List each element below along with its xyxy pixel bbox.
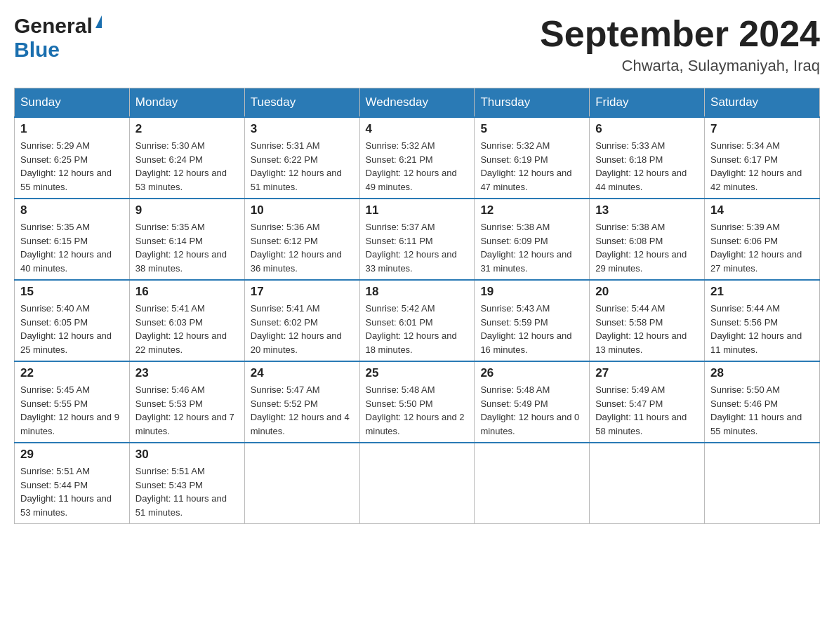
day-info: Sunrise: 5:38 AMSunset: 6:09 PMDaylight:… (480, 220, 583, 275)
calendar-table: SundayMondayTuesdayWednesdayThursdayFrid… (14, 88, 820, 524)
calendar-day-cell: 13Sunrise: 5:38 AMSunset: 6:08 PMDayligh… (590, 199, 705, 280)
calendar-day-cell: 22Sunrise: 5:45 AMSunset: 5:55 PMDayligh… (15, 361, 130, 443)
logo-blue-text: Blue (14, 38, 60, 62)
day-number: 11 (366, 203, 469, 217)
day-number: 4 (366, 122, 469, 136)
day-info: Sunrise: 5:44 AMSunset: 5:56 PMDaylight:… (710, 302, 814, 356)
calendar-week-row: 22Sunrise: 5:45 AMSunset: 5:55 PMDayligh… (15, 361, 820, 443)
day-info: Sunrise: 5:33 AMSunset: 6:18 PMDaylight:… (595, 139, 699, 194)
day-info: Sunrise: 5:51 AMSunset: 5:44 PMDaylight:… (20, 464, 124, 519)
day-info: Sunrise: 5:35 AMSunset: 6:14 PMDaylight:… (135, 220, 239, 275)
calendar-header-row: SundayMondayTuesdayWednesdayThursdayFrid… (15, 88, 820, 118)
day-number: 27 (595, 366, 699, 380)
calendar-day-cell: 28Sunrise: 5:50 AMSunset: 5:46 PMDayligh… (705, 361, 820, 443)
day-info: Sunrise: 5:44 AMSunset: 5:58 PMDaylight:… (595, 302, 699, 356)
day-number: 5 (480, 122, 583, 136)
calendar-week-row: 1Sunrise: 5:29 AMSunset: 6:25 PMDaylight… (15, 117, 820, 199)
day-number: 24 (251, 366, 354, 380)
day-number: 23 (135, 366, 239, 380)
day-number: 29 (20, 448, 124, 462)
day-info: Sunrise: 5:51 AMSunset: 5:43 PMDaylight:… (135, 464, 239, 519)
day-number: 19 (480, 285, 583, 299)
calendar-day-cell (705, 443, 820, 524)
day-info: Sunrise: 5:35 AMSunset: 6:15 PMDaylight:… (20, 220, 124, 275)
calendar-day-cell: 19Sunrise: 5:43 AMSunset: 5:59 PMDayligh… (475, 280, 590, 361)
calendar-day-cell: 23Sunrise: 5:46 AMSunset: 5:53 PMDayligh… (129, 361, 244, 443)
calendar-day-cell: 21Sunrise: 5:44 AMSunset: 5:56 PMDayligh… (705, 280, 820, 361)
calendar-day-cell (475, 443, 590, 524)
day-info: Sunrise: 5:45 AMSunset: 5:55 PMDaylight:… (20, 383, 124, 438)
month-title: September 2024 (540, 14, 820, 54)
day-info: Sunrise: 5:49 AMSunset: 5:47 PMDaylight:… (595, 383, 699, 438)
day-number: 13 (595, 203, 699, 217)
calendar-day-cell: 1Sunrise: 5:29 AMSunset: 6:25 PMDaylight… (15, 117, 130, 199)
calendar-day-cell (359, 443, 475, 524)
day-info: Sunrise: 5:31 AMSunset: 6:22 PMDaylight:… (251, 139, 354, 194)
day-number: 22 (20, 366, 124, 380)
calendar-day-cell: 27Sunrise: 5:49 AMSunset: 5:47 PMDayligh… (590, 361, 705, 443)
day-of-week-header: Saturday (705, 88, 820, 118)
day-number: 21 (710, 285, 814, 299)
day-of-week-header: Friday (590, 88, 705, 118)
day-info: Sunrise: 5:30 AMSunset: 6:24 PMDaylight:… (135, 139, 239, 194)
calendar-day-cell: 17Sunrise: 5:41 AMSunset: 6:02 PMDayligh… (244, 280, 359, 361)
day-of-week-header: Thursday (475, 88, 590, 118)
day-of-week-header: Wednesday (359, 88, 475, 118)
day-of-week-header: Sunday (15, 88, 130, 118)
day-number: 10 (251, 203, 354, 217)
day-info: Sunrise: 5:48 AMSunset: 5:50 PMDaylight:… (366, 383, 469, 438)
day-of-week-header: Monday (129, 88, 244, 118)
day-info: Sunrise: 5:40 AMSunset: 6:05 PMDaylight:… (20, 302, 124, 356)
day-number: 3 (251, 122, 354, 136)
day-number: 8 (20, 203, 124, 217)
logo-triangle-icon (95, 15, 102, 28)
title-area: September 2024 Chwarta, Sulaymaniyah, Ir… (540, 14, 820, 75)
day-info: Sunrise: 5:50 AMSunset: 5:46 PMDaylight:… (710, 383, 814, 438)
day-info: Sunrise: 5:34 AMSunset: 6:17 PMDaylight:… (710, 139, 814, 194)
page-header: General Blue September 2024 Chwarta, Sul… (14, 14, 820, 75)
day-info: Sunrise: 5:41 AMSunset: 6:02 PMDaylight:… (251, 302, 354, 356)
calendar-day-cell (590, 443, 705, 524)
day-info: Sunrise: 5:39 AMSunset: 6:06 PMDaylight:… (710, 220, 814, 275)
day-info: Sunrise: 5:38 AMSunset: 6:08 PMDaylight:… (595, 220, 699, 275)
calendar-day-cell: 30Sunrise: 5:51 AMSunset: 5:43 PMDayligh… (129, 443, 244, 524)
calendar-day-cell: 18Sunrise: 5:42 AMSunset: 6:01 PMDayligh… (359, 280, 475, 361)
calendar-day-cell: 3Sunrise: 5:31 AMSunset: 6:22 PMDaylight… (244, 117, 359, 199)
day-info: Sunrise: 5:42 AMSunset: 6:01 PMDaylight:… (366, 302, 469, 356)
calendar-day-cell: 26Sunrise: 5:48 AMSunset: 5:49 PMDayligh… (475, 361, 590, 443)
day-info: Sunrise: 5:46 AMSunset: 5:53 PMDaylight:… (135, 383, 239, 438)
day-number: 6 (595, 122, 699, 136)
day-info: Sunrise: 5:32 AMSunset: 6:19 PMDaylight:… (480, 139, 583, 194)
day-number: 26 (480, 366, 583, 380)
day-number: 2 (135, 122, 239, 136)
calendar-day-cell: 14Sunrise: 5:39 AMSunset: 6:06 PMDayligh… (705, 199, 820, 280)
logo-general-text: General (14, 14, 93, 38)
day-number: 7 (710, 122, 814, 136)
calendar-week-row: 29Sunrise: 5:51 AMSunset: 5:44 PMDayligh… (15, 443, 820, 524)
day-info: Sunrise: 5:29 AMSunset: 6:25 PMDaylight:… (20, 139, 124, 194)
calendar-day-cell: 8Sunrise: 5:35 AMSunset: 6:15 PMDaylight… (15, 199, 130, 280)
calendar-day-cell: 6Sunrise: 5:33 AMSunset: 6:18 PMDaylight… (590, 117, 705, 199)
calendar-day-cell: 25Sunrise: 5:48 AMSunset: 5:50 PMDayligh… (359, 361, 475, 443)
day-number: 1 (20, 122, 124, 136)
calendar-day-cell: 15Sunrise: 5:40 AMSunset: 6:05 PMDayligh… (15, 280, 130, 361)
calendar-day-cell: 16Sunrise: 5:41 AMSunset: 6:03 PMDayligh… (129, 280, 244, 361)
logo: General Blue (14, 14, 102, 62)
day-info: Sunrise: 5:41 AMSunset: 6:03 PMDaylight:… (135, 302, 239, 356)
day-number: 25 (366, 366, 469, 380)
day-number: 14 (710, 203, 814, 217)
calendar-day-cell (244, 443, 359, 524)
calendar-day-cell: 5Sunrise: 5:32 AMSunset: 6:19 PMDaylight… (475, 117, 590, 199)
calendar-day-cell: 20Sunrise: 5:44 AMSunset: 5:58 PMDayligh… (590, 280, 705, 361)
calendar-day-cell: 4Sunrise: 5:32 AMSunset: 6:21 PMDaylight… (359, 117, 475, 199)
day-number: 30 (135, 448, 239, 462)
calendar-day-cell: 9Sunrise: 5:35 AMSunset: 6:14 PMDaylight… (129, 199, 244, 280)
calendar-day-cell: 2Sunrise: 5:30 AMSunset: 6:24 PMDaylight… (129, 117, 244, 199)
day-number: 17 (251, 285, 354, 299)
day-number: 18 (366, 285, 469, 299)
calendar-day-cell: 7Sunrise: 5:34 AMSunset: 6:17 PMDaylight… (705, 117, 820, 199)
calendar-week-row: 15Sunrise: 5:40 AMSunset: 6:05 PMDayligh… (15, 280, 820, 361)
day-number: 12 (480, 203, 583, 217)
day-number: 28 (710, 366, 814, 380)
day-number: 16 (135, 285, 239, 299)
